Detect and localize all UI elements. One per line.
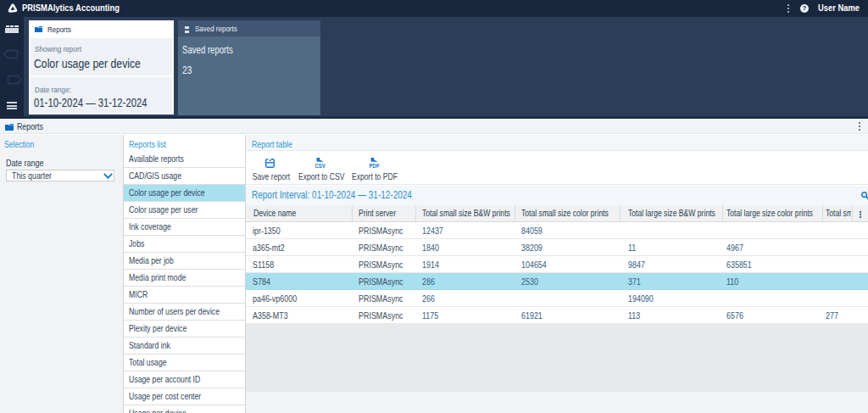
svg-text:PDF: PDF <box>370 163 380 168</box>
svg-text:CSV: CSV <box>315 163 326 168</box>
